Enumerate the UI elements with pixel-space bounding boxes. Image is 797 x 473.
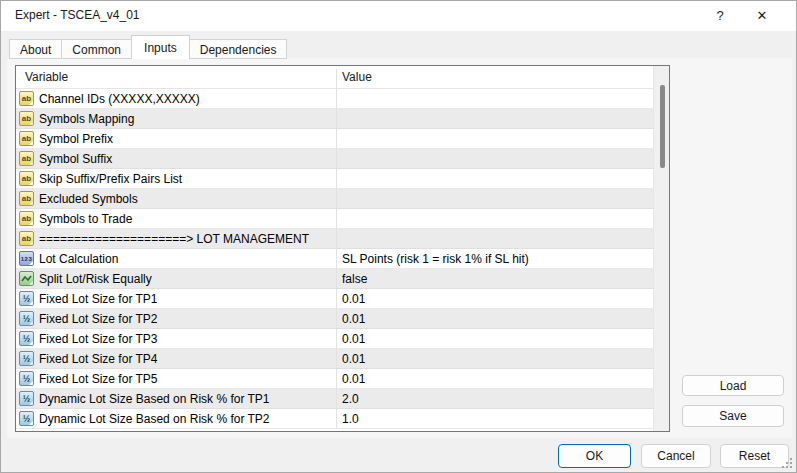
variable-name: Fixed Lot Size for TP2 [39,312,158,326]
variable-name: Symbol Suffix [39,152,112,166]
table-row[interactable]: ½ Fixed Lot Size for TP3 0.01 [16,329,653,349]
string-type-icon: ab [19,111,34,126]
window-title: Expert - TSCEA_v4_01 [15,8,140,22]
variable-name: Dynamic Lot Size Based on Risk % for TP2 [39,412,270,426]
variable-name: Skip Suffix/Prefix Pairs List [39,172,182,186]
table-row[interactable]: ab Skip Suffix/Prefix Pairs List [16,169,653,189]
string-type-icon: ab [19,91,34,106]
close-icon[interactable]: ✕ [742,1,782,31]
double-type-icon: ½ [19,411,34,426]
string-type-icon: ab [19,171,34,186]
variable-value[interactable]: 0.01 [342,332,365,346]
double-type-icon: ½ [19,331,34,346]
resize-grip-icon[interactable] [782,458,792,468]
tab-common[interactable]: Common [61,39,132,59]
variable-name: =====================> LOT MANAGEMENT [39,232,309,246]
load-button[interactable]: Load [682,375,784,396]
double-type-icon: ½ [19,371,34,386]
variable-value[interactable]: 0.01 [342,372,365,386]
table-row[interactable]: ab Symbols Mapping [16,109,653,129]
string-type-icon: ab [19,231,34,246]
double-type-icon: ½ [19,351,34,366]
titlebar: Expert - TSCEA_v4_01 ? ✕ [1,1,796,31]
variable-value[interactable]: 0.01 [342,312,365,326]
tab-inputs[interactable]: Inputs [131,35,190,59]
table-row[interactable]: ab Symbol Suffix [16,149,653,169]
table-row[interactable]: ab Symbols to Trade [16,209,653,229]
string-type-icon: ab [19,151,34,166]
variable-name: Symbols to Trade [39,212,132,226]
variable-value[interactable]: 0.01 [342,292,365,306]
table-row[interactable]: ½ Fixed Lot Size for TP5 0.01 [16,369,653,389]
table-row[interactable]: ab Excluded Symbols [16,189,653,209]
table-row[interactable]: ab Symbol Prefix [16,129,653,149]
table-row[interactable]: ½ Fixed Lot Size for TP2 0.01 [16,309,653,329]
variable-value[interactable]: false [342,272,367,286]
reset-button[interactable]: Reset [720,444,789,468]
scrollbar-thumb[interactable] [660,85,665,168]
double-type-icon: ½ [19,391,34,406]
string-type-icon: ab [19,131,34,146]
variable-value[interactable]: 1.0 [342,412,359,426]
variable-name: Dynamic Lot Size Based on Risk % for TP1 [39,392,270,406]
variable-name: Symbol Prefix [39,132,113,146]
variable-name: Split Lot/Risk Equally [39,272,152,286]
table-row[interactable]: 123 Lot Calculation SL Points (risk 1 = … [16,249,653,269]
variable-value[interactable]: 0.01 [342,352,365,366]
expert-properties-dialog: Expert - TSCEA_v4_01 ? ✕ AboutCommonInpu… [0,0,797,473]
double-type-icon: ½ [19,291,34,306]
table-rows: ab Channel IDs (XXXXX,XXXXX) ab Symbols … [16,89,653,431]
integer-type-icon: 123 [19,251,34,266]
boolean-type-icon [19,271,34,286]
table-row[interactable]: ½ Dynamic Lot Size Based on Risk % for T… [16,409,653,429]
string-type-icon: ab [19,211,34,226]
variable-value[interactable]: 2.0 [342,392,359,406]
table-row[interactable]: ab Channel IDs (XXXXX,XXXXX) [16,89,653,109]
variable-name: Excluded Symbols [39,192,138,206]
ok-button[interactable]: OK [558,444,631,468]
vertical-scrollbar[interactable] [653,66,669,431]
tab-strip: AboutCommonInputsDependencies [9,35,287,59]
variable-name: Symbols Mapping [39,112,134,126]
table-row[interactable]: ½ Fixed Lot Size for TP4 0.01 [16,349,653,369]
table-row[interactable]: Split Lot/Risk Equally false [16,269,653,289]
variable-name: Fixed Lot Size for TP4 [39,352,158,366]
variable-name: Lot Calculation [39,252,118,266]
tab-about[interactable]: About [9,39,62,59]
tab-dependencies[interactable]: Dependencies [189,39,288,59]
variable-name: Fixed Lot Size for TP5 [39,372,158,386]
save-button[interactable]: Save [682,405,784,427]
variable-name: Channel IDs (XXXXX,XXXXX) [39,92,200,106]
string-type-icon: ab [19,191,34,206]
variable-name: Fixed Lot Size for TP3 [39,332,158,346]
variable-name: Fixed Lot Size for TP1 [39,292,158,306]
table-row[interactable]: ½ Dynamic Lot Size Based on Risk % for T… [16,389,653,409]
variable-value[interactable]: SL Points (risk 1 = risk 1% if SL hit) [342,252,529,266]
table-header: Variable Value [16,66,653,89]
help-icon[interactable]: ? [702,1,738,31]
double-type-icon: ½ [19,311,34,326]
cancel-button[interactable]: Cancel [641,444,711,468]
table-row[interactable]: ½ Fixed Lot Size for TP1 0.01 [16,289,653,309]
table-row[interactable]: ab =====================> LOT MANAGEMENT [16,229,653,249]
column-header-variable: Variable [25,70,68,84]
column-header-value: Value [342,70,372,84]
inputs-table: Variable Value ab Channel IDs (XXXXX,XXX… [15,65,670,432]
